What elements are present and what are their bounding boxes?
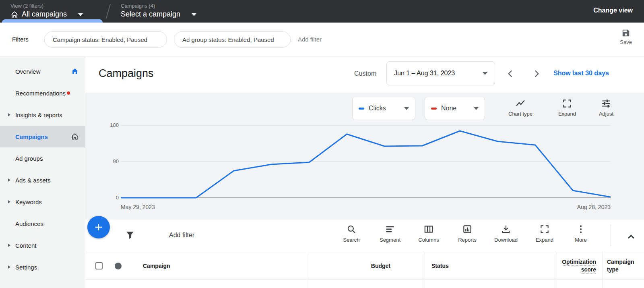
previous-date-range-button[interactable] xyxy=(505,68,516,79)
chevron-up-icon[interactable] xyxy=(625,231,637,242)
metric-1-color-swatch xyxy=(359,108,364,110)
line-chart-icon xyxy=(515,98,526,109)
content-area: Overview Recommendations Insights & repo… xyxy=(0,57,644,288)
home-gray-icon xyxy=(71,133,79,141)
main-panel: Campaigns Custom Jun 1 – Aug 31, 2023 Sh… xyxy=(85,57,644,288)
sidebar-item-label: Content xyxy=(15,242,37,249)
sidebar-navigation: Overview Recommendations Insights & repo… xyxy=(0,57,85,288)
chart-type-button[interactable]: Chart type xyxy=(501,98,540,117)
campaign-selector-value: Select a campaign xyxy=(121,10,180,19)
action-label: Segment xyxy=(380,237,400,243)
page-header: Campaigns Custom Jun 1 – Aug 31, 2023 Sh… xyxy=(85,57,644,93)
status-filter-circle[interactable] xyxy=(115,263,122,269)
sidebar-item-overview[interactable]: Overview xyxy=(0,60,85,82)
adjust-label: Adjust xyxy=(599,111,613,117)
sidebar-item-insights-reports[interactable]: Insights & reports xyxy=(0,104,85,126)
expand-icon xyxy=(539,224,550,234)
action-label: Download xyxy=(494,237,518,243)
metric-2-select[interactable]: None xyxy=(425,97,485,120)
sidebar-item-content[interactable]: Content xyxy=(0,234,85,256)
action-label: Search xyxy=(343,237,359,243)
sidebar-item-ads-assets[interactable]: Ads & assets xyxy=(0,169,85,191)
sidebar-item-label: Recommendations xyxy=(15,90,66,97)
expand-table-button[interactable]: Expand xyxy=(525,224,564,243)
metric-1-select[interactable]: Clicks xyxy=(352,97,415,120)
search-icon xyxy=(346,224,357,234)
segment-icon xyxy=(385,224,395,234)
table-add-filter[interactable]: Add filter xyxy=(169,232,194,239)
campaign-column-header: Campaign xyxy=(85,252,308,280)
sidebar-item-label: Keywords xyxy=(15,199,42,205)
add-campaign-fab[interactable] xyxy=(87,216,110,238)
sidebar-item-label: Settings xyxy=(15,264,37,271)
budget-column-header[interactable]: Budget xyxy=(308,252,425,280)
chevron-down-icon xyxy=(78,13,83,16)
save-button[interactable]: Save xyxy=(620,29,632,45)
plus-icon xyxy=(94,222,103,232)
sidebar-item-label: Ads & assets xyxy=(15,177,51,184)
table-row[interactable] xyxy=(85,280,644,288)
sidebar-item-settings[interactable]: Settings xyxy=(0,256,85,278)
campaign-type-column-header[interactable]: Campaign type xyxy=(603,252,644,280)
chevron-down-icon xyxy=(483,72,487,75)
action-label: Columns xyxy=(418,237,439,243)
adjust-button[interactable]: Adjust xyxy=(587,98,625,117)
metric-2-color-swatch xyxy=(431,108,437,110)
select-all-checkbox[interactable] xyxy=(95,262,103,269)
optimization-score-column-header[interactable]: Optimization score xyxy=(557,252,603,280)
more-button[interactable]: More xyxy=(564,224,598,243)
sidebar-item-ad-groups[interactable]: Ad groups xyxy=(0,147,85,169)
chart-type-label: Chart type xyxy=(508,111,533,117)
home-icon xyxy=(10,10,19,19)
table-cell xyxy=(425,280,557,288)
column-label: Campaign type xyxy=(607,258,644,273)
change-view-button[interactable]: Change view xyxy=(593,7,633,14)
action-label: More xyxy=(575,237,587,243)
clicks-line-chart[interactable] xyxy=(121,124,611,201)
sidebar-item-audiences[interactable]: Audiences xyxy=(0,213,85,234)
y-axis-tick-90: 90 xyxy=(103,158,119,164)
sidebar-item-campaigns[interactable]: Campaigns xyxy=(0,126,85,147)
date-range-value: Jun 1 – Aug 31, 2023 xyxy=(394,70,455,77)
sidebar-item-keywords[interactable]: Keywords xyxy=(0,191,85,213)
expand-chart-button[interactable]: Expand xyxy=(548,98,586,117)
show-last-30-days-link[interactable]: Show last 30 days xyxy=(553,70,609,77)
view-selector-value: All campaigns xyxy=(22,10,67,19)
search-button[interactable]: Search xyxy=(332,224,371,243)
table-cell xyxy=(308,280,425,288)
status-column-header[interactable]: Status xyxy=(425,252,557,280)
campaign-status-filter-chip[interactable]: Campaign status: Enabled, Paused xyxy=(44,31,167,48)
add-filter-link[interactable]: Add filter xyxy=(298,36,322,43)
expand-label: Expand xyxy=(558,111,576,117)
next-date-range-button[interactable] xyxy=(531,68,542,79)
date-range-mode-label: Custom xyxy=(354,70,376,77)
google-ads-app: View (2 filters) All campaigns Campaigns… xyxy=(0,0,644,288)
chevron-right-icon xyxy=(8,200,10,203)
sidebar-item-label: Audiences xyxy=(15,220,43,227)
action-label: Expand xyxy=(536,237,553,243)
sidebar-item-recommendations[interactable]: Recommendations xyxy=(0,82,85,104)
filter-bar: Filters Campaign status: Enabled, Paused… xyxy=(0,23,644,57)
save-label: Save xyxy=(620,39,632,45)
adgroup-status-filter-chip[interactable]: Ad group status: Enabled, Paused xyxy=(174,31,291,48)
y-axis-tick-0: 0 xyxy=(103,195,119,201)
download-icon xyxy=(501,224,511,234)
download-button[interactable]: Download xyxy=(487,224,525,243)
performance-chart-section: Clicks None Chart type Expand xyxy=(85,93,644,220)
chevron-right-icon xyxy=(8,244,10,247)
column-label[interactable]: Campaign xyxy=(143,263,170,269)
columns-icon xyxy=(423,224,434,234)
view-selector[interactable]: View (2 filters) All campaigns xyxy=(10,3,83,19)
table-cell xyxy=(603,280,644,288)
metric-1-value: Clicks xyxy=(369,105,386,112)
reports-button[interactable]: Reports xyxy=(448,224,487,243)
active-tab-indicator xyxy=(2,19,103,23)
column-label: Budget xyxy=(371,263,390,269)
funnel-icon[interactable] xyxy=(125,230,135,240)
date-range-picker[interactable]: Jun 1 – Aug 31, 2023 xyxy=(386,61,495,85)
table-toolbar: Add filter Search Segment Columns xyxy=(85,220,644,252)
toolbar-divider xyxy=(611,225,611,246)
segment-button[interactable]: Segment xyxy=(371,224,409,243)
columns-button[interactable]: Columns xyxy=(409,224,448,243)
campaign-selector[interactable]: Campaigns (4) Select a campaign xyxy=(121,3,196,19)
